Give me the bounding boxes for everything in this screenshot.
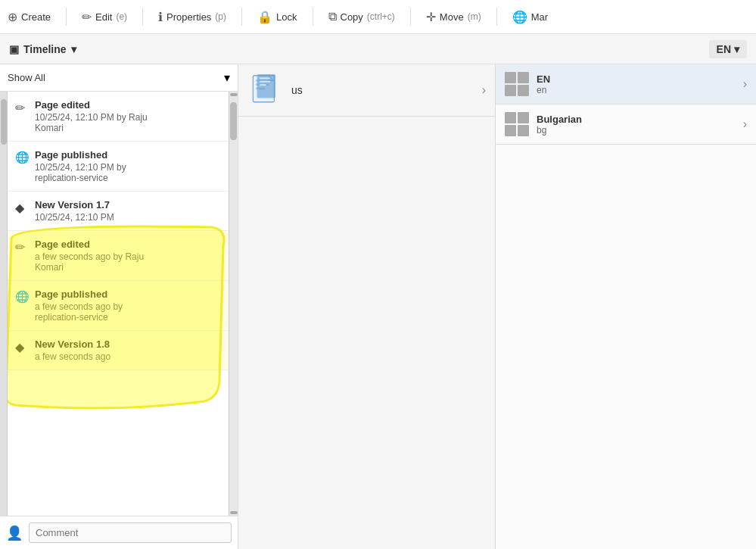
timeline-label-text: Timeline	[23, 43, 67, 55]
filter-label: Show All	[8, 72, 224, 83]
lang-name-bg: Bulgarian	[537, 114, 582, 125]
scroll-thumb	[230, 102, 237, 140]
lang-code-bg: bg	[537, 125, 582, 136]
secondary-bar: ▣ Timeline ▾ EN ▾	[0, 34, 756, 64]
right-scroll-bar[interactable]	[229, 92, 238, 516]
file-item-us[interactable]: us ›	[238, 64, 495, 117]
timeline-chevron-down-icon: ▾	[71, 43, 76, 55]
toolbar-mar-label: Mar	[531, 11, 548, 23]
toolbar: ⊕ Create ✏ Edit (e) ℹ Properties (p) 🔒 L…	[0, 0, 756, 34]
create-icon: ⊕	[8, 10, 17, 24]
toolbar-sep-3	[241, 8, 242, 26]
lang-item-en[interactable]: EN en ›	[496, 64, 756, 104]
toolbar-move-shortcut: (m)	[468, 11, 481, 22]
timeline-item-meta: a few seconds ago by RajuKomari	[35, 251, 221, 273]
version-1-8-icon: ◆	[15, 340, 24, 354]
left-scroll-indicator[interactable]	[0, 92, 8, 516]
comment-user-icon: 👤	[6, 525, 23, 541]
toolbar-copy-label: Copy	[341, 11, 363, 23]
filter-bar: Show All ▾	[0, 64, 238, 92]
highlighted-section: ✏ Page edited a few seconds ago by RajuK…	[8, 231, 229, 370]
version-icon: ◆	[15, 201, 24, 215]
main-content: Show All ▾ ✏ Page edited 10/25/24, 12:10…	[0, 64, 756, 549]
timeline-item-title: New Version 1.7	[35, 199, 221, 211]
mar-icon: 🌐	[512, 10, 527, 24]
svg-rect-6	[260, 81, 270, 83]
lock-icon: 🔒	[257, 10, 272, 24]
lang-chevron-down-icon: ▾	[734, 43, 739, 55]
move-icon: ✛	[426, 10, 436, 24]
toolbar-copy[interactable]: ⧉ Copy (ctrl+c)	[328, 10, 395, 23]
timeline-item-title: Page published	[35, 289, 221, 300]
timeline-item-title: New Version 1.8	[35, 338, 221, 350]
toolbar-sep-6	[496, 8, 497, 26]
page-published-2-icon: 🌐	[15, 290, 30, 304]
lang-en-chevron-right-icon: ›	[743, 77, 747, 91]
timeline-item[interactable]: ◆ New Version 1.8 a few seconds ago	[8, 331, 229, 370]
comment-area: 👤	[0, 516, 238, 549]
toolbar-create-label: Create	[21, 11, 51, 23]
properties-icon: ℹ	[158, 10, 163, 24]
toolbar-mar[interactable]: 🌐 Mar	[512, 10, 548, 24]
file-area: us ›	[238, 64, 496, 549]
copy-icon: ⧉	[328, 10, 337, 23]
timeline-item-meta: a few seconds ago byreplication-service	[35, 301, 221, 323]
lang-info-en: EN en	[537, 73, 550, 95]
left-scroll-thumb	[1, 99, 7, 145]
toolbar-properties-label: Properties	[166, 11, 211, 23]
toolbar-properties[interactable]: ℹ Properties (p)	[158, 10, 226, 24]
timeline-item-meta: 10/25/24, 12:10 PM byreplication-service	[35, 162, 221, 183]
lang-bg-chevron-right-icon: ›	[743, 117, 747, 131]
timeline-item-meta: a few seconds ago	[35, 351, 221, 362]
edit-icon: ✏	[82, 10, 92, 24]
file-name: us	[291, 84, 303, 96]
toolbar-edit[interactable]: ✏ Edit (e)	[82, 10, 127, 24]
page-edited-2-icon: ✏	[15, 240, 25, 254]
content-browser: us › EN en ›	[238, 64, 756, 549]
toolbar-move-label: Move	[440, 11, 464, 23]
toolbar-lock[interactable]: 🔒 Lock	[257, 10, 297, 24]
page-edited-icon: ✏	[15, 101, 25, 115]
toolbar-lock-label: Lock	[276, 11, 297, 23]
toolbar-properties-shortcut: (p)	[215, 11, 226, 22]
timeline-item-title: Page edited	[35, 99, 221, 111]
toolbar-sep-5	[410, 8, 411, 26]
timeline-item[interactable]: 🌐 Page published 10/25/24, 12:10 PM byre…	[8, 142, 229, 192]
timeline-scroll-container: ✏ Page edited 10/25/24, 12:10 PM by Raju…	[0, 92, 238, 516]
page-published-icon: 🌐	[15, 151, 30, 164]
timeline-toggle[interactable]: ▣ Timeline ▾	[9, 43, 76, 55]
left-panel: Show All ▾ ✏ Page edited 10/25/24, 12:10…	[0, 64, 238, 549]
filter-dropdown-arrow-icon: ▾	[224, 70, 230, 85]
svg-rect-7	[260, 84, 266, 86]
lang-grid-icon-en	[505, 72, 529, 96]
file-icon	[247, 72, 284, 108]
timeline-item[interactable]: ✏ Page edited a few seconds ago by RajuK…	[8, 231, 229, 281]
toolbar-sep-1	[66, 8, 67, 26]
lang-grid-icon-bg	[505, 112, 529, 136]
timeline-item-meta: 10/25/24, 12:10 PM	[35, 212, 221, 223]
timeline-item[interactable]: ✏ Page edited 10/25/24, 12:10 PM by Raju…	[8, 92, 229, 142]
lang-code-en: en	[537, 85, 550, 95]
toolbar-sep-4	[313, 8, 313, 26]
toolbar-copy-shortcut: (ctrl+c)	[367, 11, 395, 22]
lang-label: EN	[717, 43, 731, 55]
timeline-item-title: Page edited	[35, 239, 221, 250]
toolbar-create[interactable]: ⊕ Create	[8, 10, 51, 24]
document-icon-svg	[250, 74, 282, 106]
scroll-arrow-down	[230, 511, 238, 514]
timeline-item[interactable]: ◆ New Version 1.7 10/25/24, 12:10 PM	[8, 192, 229, 231]
lang-name-en: EN	[537, 73, 550, 85]
lang-panel: EN en › Bulgarian bg ›	[496, 64, 756, 549]
timeline-item[interactable]: 🌐 Page published a few seconds ago byrep…	[8, 281, 229, 331]
timeline-item-meta: 10/25/24, 12:10 PM by RajuKomari	[35, 112, 221, 133]
lang-selector[interactable]: EN ▾	[709, 40, 747, 58]
toolbar-sep-2	[142, 8, 143, 26]
lang-info-bg: Bulgarian bg	[537, 114, 582, 136]
filter-dropdown[interactable]: ▾	[224, 70, 230, 85]
lang-item-bg[interactable]: Bulgarian bg ›	[496, 104, 756, 145]
comment-input[interactable]	[29, 522, 232, 543]
toolbar-move[interactable]: ✛ Move (m)	[426, 10, 481, 24]
file-chevron-right-icon: ›	[482, 83, 486, 97]
timeline-item-title: Page published	[35, 149, 221, 161]
timeline-list[interactable]: ✏ Page edited 10/25/24, 12:10 PM by Raju…	[8, 92, 229, 516]
